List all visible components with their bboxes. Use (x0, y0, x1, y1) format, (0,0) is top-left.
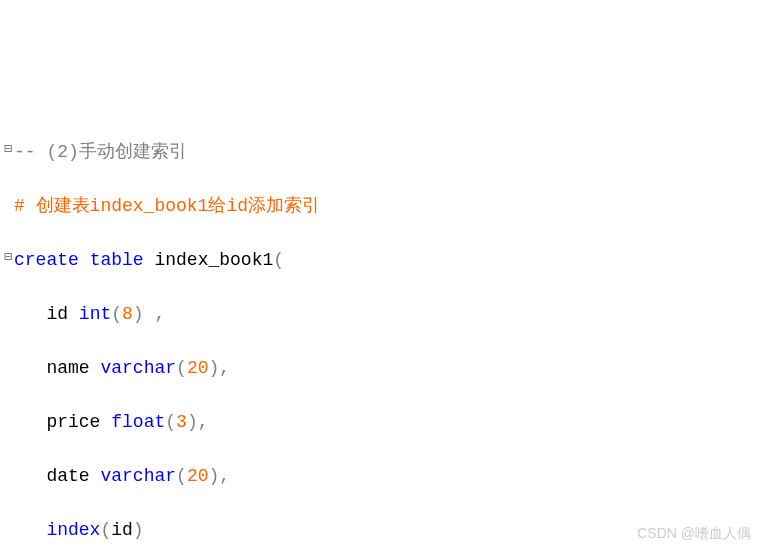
punct: ( (165, 412, 176, 432)
identifier: price (46, 412, 100, 432)
identifier: date (46, 466, 89, 486)
fold-icon[interactable]: ⊟ (2, 139, 14, 160)
code-line: price float(3), (2, 409, 761, 436)
punct: ), (208, 466, 230, 486)
gutter (2, 301, 14, 328)
number: 8 (122, 304, 133, 324)
punct: ), (187, 412, 209, 432)
punct: ), (208, 358, 230, 378)
identifier: index_book1 (154, 250, 273, 270)
comment: -- (2)手动创建索引 (14, 142, 187, 162)
number: 20 (187, 358, 209, 378)
code-line: # 创建表index_book1给id添加索引 (2, 193, 761, 220)
code-line: ⊟-- (2)手动创建索引 (2, 139, 761, 166)
type: int (79, 304, 111, 324)
number: 3 (176, 412, 187, 432)
code-line: id int(8) , (2, 301, 761, 328)
code-editor: ⊟-- (2)手动创建索引 # 创建表index_book1给id添加索引 ⊟c… (2, 112, 761, 550)
identifier: name (46, 358, 89, 378)
keyword: table (90, 250, 144, 270)
gutter (2, 355, 14, 382)
watermark: CSDN @嗜血人偶 (637, 523, 751, 544)
identifier: id (46, 304, 68, 324)
punct: ) (133, 520, 144, 540)
comment: # 创建表index_book1给id添加索引 (14, 196, 320, 216)
keyword: create (14, 250, 79, 270)
punct: ) (133, 304, 144, 324)
punct: ( (273, 250, 284, 270)
punct: ( (176, 466, 187, 486)
punct: ( (111, 304, 122, 324)
identifier: id (111, 520, 133, 540)
gutter (2, 463, 14, 490)
code-line: ⊟create table index_book1( (2, 247, 761, 274)
code-line: date varchar(20), (2, 463, 761, 490)
type: varchar (100, 358, 176, 378)
keyword: index (46, 520, 100, 540)
punct: , (154, 304, 165, 324)
punct: ( (176, 358, 187, 378)
number: 20 (187, 466, 209, 486)
code-line: name varchar(20), (2, 355, 761, 382)
gutter (2, 517, 14, 544)
type: varchar (100, 466, 176, 486)
gutter (2, 409, 14, 436)
fold-icon[interactable]: ⊟ (2, 247, 14, 268)
type: float (111, 412, 165, 432)
gutter (2, 193, 14, 220)
punct: ( (100, 520, 111, 540)
